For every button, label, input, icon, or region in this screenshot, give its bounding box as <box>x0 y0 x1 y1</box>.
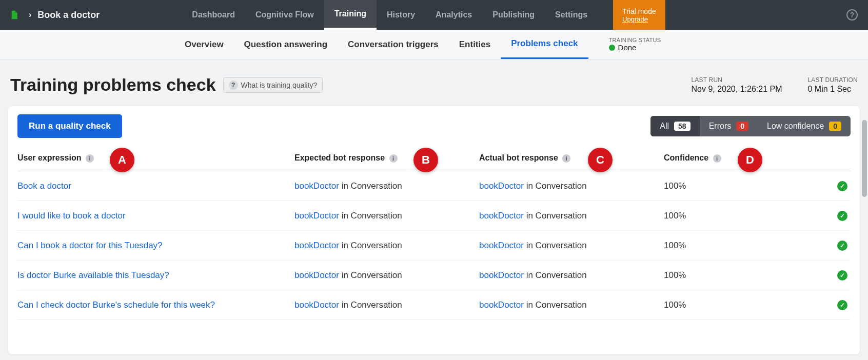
user-expression-link[interactable]: Is doctor Burke available this Tuesday? <box>17 270 169 280</box>
top-nav-history[interactable]: History <box>377 0 425 30</box>
trial-mode-box: Trial mode Upgrade <box>613 0 665 30</box>
table-row: Book a doctorbookDoctor in Conversationb… <box>17 171 851 201</box>
check-circle-icon: ✓ <box>837 181 847 191</box>
info-icon[interactable]: i <box>562 154 570 163</box>
filter-all-count-badge: 58 <box>674 122 691 131</box>
top-nav-settings[interactable]: Settings <box>545 0 598 30</box>
training-status-label: TRAINING STATUS <box>609 37 661 43</box>
subnav-entities[interactable]: Entities <box>449 30 501 59</box>
annotation-d: D <box>738 148 762 172</box>
col-actual: Actual bot response <box>479 153 558 162</box>
filter-tab-low-confidence[interactable]: Low confidence 0 <box>758 116 851 136</box>
info-icon[interactable]: i <box>86 154 94 163</box>
info-icon[interactable]: i <box>389 154 398 163</box>
status-dot-green-icon <box>609 45 615 51</box>
expected-context: in Conversation <box>339 270 402 280</box>
actual-intent-link[interactable]: bookDoctor <box>479 181 524 191</box>
help-icon[interactable]: ? <box>846 9 858 21</box>
user-expression-link[interactable]: Can I book a doctor for this Tuesday? <box>17 241 163 250</box>
annotation-b: B <box>413 148 438 172</box>
confidence-value: 100% <box>664 231 756 261</box>
user-expression-link[interactable]: I would like to book a doctor <box>17 211 126 221</box>
actual-intent-link[interactable]: bookDoctor <box>479 211 524 221</box>
page-title: Training problems check <box>10 75 216 95</box>
brand-logo-icon <box>10 9 22 21</box>
subnav: Overview Question answering Conversation… <box>0 30 868 59</box>
chevron-right-icon: › <box>29 10 31 19</box>
help-chip-label: What is training quality? <box>241 81 318 89</box>
filter-errors-count-badge: 0 <box>736 122 748 131</box>
expected-context: in Conversation <box>339 241 402 250</box>
check-circle-icon: ✓ <box>837 241 847 251</box>
scrollbar[interactable] <box>862 120 867 197</box>
last-duration-value: 0 Min 1 Sec <box>807 85 858 94</box>
top-nav-publishing[interactable]: Publishing <box>482 0 545 30</box>
col-confidence: Confidence <box>664 153 708 162</box>
last-run-label: LAST RUN <box>691 76 782 84</box>
subnav-conversation-triggers[interactable]: Conversation triggers <box>338 30 449 59</box>
actual-context: in Conversation <box>524 300 587 310</box>
col-user-expression: User expression <box>17 153 82 162</box>
last-run-value: Nov 9, 2020, 1:26:21 PM <box>691 85 782 94</box>
actual-context: in Conversation <box>524 270 587 280</box>
top-nav-training[interactable]: Training <box>324 0 377 30</box>
top-nav-cognitive-flow[interactable]: Cognitive Flow <box>245 0 324 30</box>
top-nav: Dashboard Cognitive Flow Training Histor… <box>182 0 598 30</box>
confidence-value: 100% <box>664 171 756 201</box>
expected-intent-link[interactable]: bookDoctor <box>294 300 339 310</box>
filter-all-label: All <box>660 122 669 131</box>
run-quality-check-button[interactable]: Run a quality check <box>17 114 122 138</box>
user-expression-link[interactable]: Book a doctor <box>17 181 71 191</box>
filter-tabs: All 58 Errors 0 Low confidence 0 <box>650 116 851 136</box>
expected-intent-link[interactable]: bookDoctor <box>294 241 339 250</box>
actual-context: in Conversation <box>524 181 587 191</box>
table-row: Can I book a doctor for this Tuesday?boo… <box>17 231 851 261</box>
top-nav-analytics[interactable]: Analytics <box>425 0 482 30</box>
subnav-question-answering[interactable]: Question answering <box>234 30 338 59</box>
expected-context: in Conversation <box>339 181 402 191</box>
expected-context: in Conversation <box>339 300 402 310</box>
confidence-value: 100% <box>664 290 756 320</box>
filter-errors-label: Errors <box>709 122 732 131</box>
results-card: Run a quality check All 58 Errors 0 Low … <box>8 106 860 354</box>
expected-intent-link[interactable]: bookDoctor <box>294 181 339 191</box>
actual-context: in Conversation <box>524 211 587 221</box>
actual-intent-link[interactable]: bookDoctor <box>479 270 524 280</box>
annotation-c: C <box>588 148 613 172</box>
subnav-problems-check[interactable]: Problems check <box>501 30 588 59</box>
results-table-wrap: A B C D User expression i Expected bot r… <box>8 146 860 320</box>
check-circle-icon: ✓ <box>837 300 847 310</box>
filter-lowconf-label: Low confidence <box>767 122 824 131</box>
training-status: TRAINING STATUS Done <box>609 37 661 52</box>
question-icon: ? <box>229 81 238 90</box>
filter-tab-errors[interactable]: Errors 0 <box>700 116 758 136</box>
last-run-meta: LAST RUN Nov 9, 2020, 1:26:21 PM <box>691 76 782 94</box>
app-title[interactable]: Book a doctor <box>37 10 100 21</box>
table-row: Can I check doctor Burke's schedule for … <box>17 290 851 320</box>
training-status-value: Done <box>618 43 637 52</box>
trial-label: Trial mode <box>622 7 656 15</box>
confidence-value: 100% <box>664 201 756 231</box>
top-nav-dashboard[interactable]: Dashboard <box>182 0 245 30</box>
subnav-overview[interactable]: Overview <box>174 30 234 59</box>
actual-intent-link[interactable]: bookDoctor <box>479 300 524 310</box>
actual-context: in Conversation <box>524 241 587 250</box>
table-row: Is doctor Burke available this Tuesday?b… <box>17 261 851 290</box>
check-circle-icon: ✓ <box>837 270 847 281</box>
expected-context: in Conversation <box>339 211 402 221</box>
expected-intent-link[interactable]: bookDoctor <box>294 211 339 221</box>
card-head: Run a quality check All 58 Errors 0 Low … <box>8 114 860 146</box>
confidence-value: 100% <box>664 261 756 290</box>
annotation-a: A <box>110 148 134 172</box>
upgrade-link[interactable]: Upgrade <box>622 15 656 23</box>
page-header: Training problems check ? What is traini… <box>0 59 868 106</box>
last-duration-label: LAST DURATION <box>807 76 858 84</box>
last-duration-meta: LAST DURATION 0 Min 1 Sec <box>807 76 858 94</box>
actual-intent-link[interactable]: bookDoctor <box>479 241 524 250</box>
filter-tab-all[interactable]: All 58 <box>650 116 699 136</box>
check-circle-icon: ✓ <box>837 211 847 221</box>
training-quality-help-button[interactable]: ? What is training quality? <box>223 77 323 93</box>
user-expression-link[interactable]: Can I check doctor Burke's schedule for … <box>17 300 215 310</box>
expected-intent-link[interactable]: bookDoctor <box>294 270 339 280</box>
info-icon[interactable]: i <box>713 154 721 163</box>
